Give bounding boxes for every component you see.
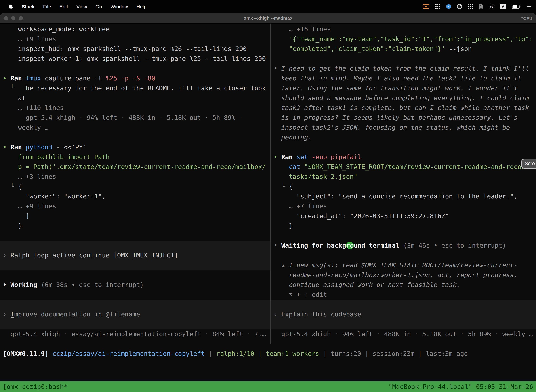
terminal-line: [274, 250, 536, 260]
menu-go[interactable]: Go: [91, 4, 106, 9]
terminal-line: … +110 lines: [3, 103, 270, 113]
terminal-line: "completed","claim_token":"claim-token"}…: [274, 44, 536, 54]
swirl-app-icon[interactable]: [457, 4, 462, 9]
terminal-line: pending.: [274, 132, 536, 142]
terminal-line: "worker": "worker-1",: [3, 191, 270, 201]
prompt-band[interactable]: › Explain this codebase: [271, 300, 536, 329]
terminal-line: [3, 132, 270, 142]
terminal-line: [274, 142, 536, 152]
terminal-line: [3, 270, 270, 280]
battery-percent-badge-icon[interactable]: 61: [488, 4, 494, 9]
menu-view[interactable]: View: [72, 4, 91, 9]
minimize-button[interactable]: [11, 16, 15, 20]
input-source-icon[interactable]: A: [500, 4, 506, 9]
tmux-panes: workspace_mode: worktree … +9 lines insp…: [0, 23, 536, 348]
tmux-status-bar: [omx-cczip0:bash* "MacBook-Pro-44.local"…: [0, 382, 536, 392]
terminal-line: … +3 lines: [3, 172, 270, 182]
menu-window[interactable]: Window: [106, 4, 132, 9]
prompt-band[interactable]: › Improve documentation in @filename: [0, 300, 270, 329]
svg-text:61: 61: [490, 5, 493, 8]
tmux-host-clock-label: "MacBook-Pro-44.local" 05:03 31-Mar-26: [388, 382, 533, 392]
terminal-line: • I need to get the claim token from the…: [274, 64, 536, 73]
battery-icon[interactable]: [512, 5, 521, 9]
terminal-line: › Explain this codebase: [274, 309, 536, 319]
terminal-line: }: [274, 221, 536, 231]
terminal-line: [OMX#0.11.9] cczip/essay/ai-reimplementa…: [3, 349, 536, 359]
terminal-line: ]: [3, 211, 270, 221]
terminal-line: should send a message before completing …: [274, 93, 536, 103]
terminal-line: [3, 231, 270, 241]
terminal-window: omx --xhigh --madmax ⌥⌘1 workspace_mode:…: [0, 13, 536, 392]
terminal-line: from pathlib import Path: [3, 152, 270, 162]
terminal-line: '{"team_name":"my-team","task_id":"1","f…: [274, 34, 536, 44]
terminal-line: • Ran set -euo pipefail: [274, 152, 536, 162]
terminal-line: inspect_worker-1: omx sparkshell --tmux-…: [3, 54, 270, 64]
grid-table-icon[interactable]: [435, 4, 440, 9]
terminal-line: gpt-5.4 xhigh · essay/ai-reimplementatio…: [3, 329, 270, 339]
omx-status-line: [OMX#0.11.9] cczip/essay/ai-reimplementa…: [0, 349, 536, 359]
traffic-lights: [4, 16, 23, 20]
close-button[interactable]: [4, 16, 8, 20]
terminal-line: is in progress? It seems likely but perh…: [274, 113, 536, 123]
terminal-line: [274, 54, 536, 64]
menu-file[interactable]: File: [39, 4, 55, 9]
screen-recording-indicator-icon[interactable]: [423, 4, 429, 9]
prompt-band[interactable]: › Ralph loop active continue [OMX_TMUX_I…: [0, 241, 270, 270]
signal-lines-icon[interactable]: [526, 4, 532, 9]
terminal-line: }: [3, 221, 270, 231]
apple-menu-icon[interactable]: [4, 4, 18, 9]
terminal-line: cat "$OMX_TEAM_STATE_ROOT/team/review-cu…: [274, 162, 536, 172]
zoom-button[interactable]: [19, 16, 23, 20]
menu-help[interactable]: Help: [132, 4, 151, 9]
window-title-bar[interactable]: omx --xhigh --madmax ⌥⌘1: [0, 13, 536, 23]
terminal-line: gpt-5.4 xhigh · 94% left · 488K in · 5.1…: [274, 329, 536, 339]
terminal-line: later. Using the same for transition mig…: [274, 83, 536, 93]
terminal-line: › Ralph loop active continue [OMX_TMUX_I…: [3, 250, 270, 260]
window-title: omx --xhigh --madmax: [0, 15, 536, 21]
terminal-line: … +9 lines: [3, 34, 270, 44]
menu-bar-status-icons: 61 A: [423, 4, 532, 9]
window-shortcut-hint: ⌥⌘1: [521, 16, 532, 21]
terminal-line: keep that in mind. Maybe I also need the…: [274, 73, 536, 83]
terminal-line: ↳ 1 new msg(s): read $OMX_TEAM_STATE_ROO…: [274, 260, 536, 270]
terminal-line: "created_at": "2026-03-31T11:59:27.816Z": [274, 211, 536, 221]
terminal-line: └ {: [3, 182, 270, 191]
terminal-line: [274, 231, 536, 241]
terminal-line: … +9 lines: [3, 201, 270, 211]
terminal-line: • Ran python3 - <<'PY': [3, 142, 270, 152]
terminal-line: readme-and-reco/mailbox/worker-1.json, a…: [274, 270, 536, 280]
terminal-line: at: [3, 93, 270, 103]
terminal-line: └ {: [274, 182, 536, 191]
blue-app-icon[interactable]: [446, 4, 451, 9]
terminal-line: gpt-5.4 xhigh · 94% left · 488K in · 5.1…: [3, 113, 270, 123]
terminal-line: inspect_hud: omx sparkshell --tmux-pane …: [3, 44, 270, 54]
terminal-line: … +7 lines: [274, 201, 536, 211]
tmux-session-label: [omx-cczip0:bash*: [3, 382, 67, 392]
screen-tooltip: Scre: [521, 159, 536, 169]
terminal-content: workspace_mode: worktree … +9 lines insp…: [0, 23, 536, 392]
terminal-line: inspect task2's JSON, focusing on the st…: [274, 123, 536, 132]
dots-grid-icon[interactable]: [468, 4, 473, 9]
terminal-line: › Improve documentation in @filename: [3, 309, 270, 319]
menu-bar: Slack File Edit View Go Window Help: [0, 0, 536, 13]
left-pane[interactable]: workspace_mode: worktree … +9 lines insp…: [0, 23, 270, 348]
terminal-line: workspace_mode: worktree: [3, 24, 270, 34]
terminal-line: … +16 lines: [274, 24, 536, 34]
person-badge-icon[interactable]: [479, 4, 483, 9]
terminal-line: • Waiting for background terminal (3m 46…: [274, 241, 536, 250]
terminal-line: [3, 64, 270, 73]
terminal-line: p = Path('.omx/state/team/review-current…: [3, 162, 270, 172]
svg-text:A: A: [502, 5, 505, 9]
terminal-line: continue assigned work or next feasible …: [274, 280, 536, 290]
terminal-line: └ be necessary for the end of the README…: [3, 83, 270, 93]
terminal-line: • Working (6m 38s • esc to interrupt): [3, 280, 270, 290]
terminal-line: weekly …: [3, 123, 270, 132]
right-pane[interactable]: … +16 lines '{"team_name":"my-team","tas…: [271, 23, 536, 348]
menu-edit[interactable]: Edit: [55, 4, 72, 9]
terminal-line: • Ran tmux capture-pane -t %25 -p -S -80: [3, 73, 270, 83]
app-menu-slack[interactable]: Slack: [18, 4, 39, 9]
terminal-line: [3, 290, 270, 300]
terminal-line: "subject": "send a concise recommendatio…: [274, 191, 536, 201]
terminal-line: tasks/task-2.json": [274, 172, 536, 182]
screen: Slack File Edit View Go Window Help: [0, 0, 536, 392]
